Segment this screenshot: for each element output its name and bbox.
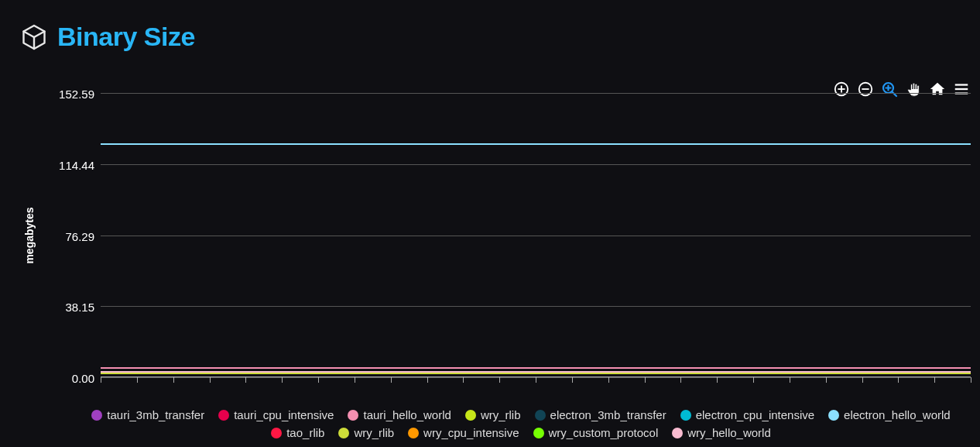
y-tick-label: 0.00 — [72, 372, 94, 385]
legend-item[interactable]: tauri_hello_world — [348, 408, 451, 421]
chart-area: megabytes 0.0038.1576.29114.44152.59 — [23, 93, 971, 377]
series-line — [101, 371, 971, 373]
x-tick — [137, 377, 138, 383]
x-tick — [680, 377, 681, 383]
legend-item[interactable]: wry_rlib — [465, 408, 521, 421]
x-tick — [971, 377, 971, 383]
y-tick-label: 76.29 — [65, 229, 94, 242]
legend-swatch — [465, 410, 476, 421]
y-tick-label: 38.15 — [65, 301, 94, 314]
legend-label: wry_hello_world — [687, 426, 771, 439]
legend-swatch — [672, 428, 683, 438]
x-tick — [499, 377, 500, 383]
legend-item[interactable]: wry_custom_protocol — [533, 426, 659, 439]
legend-label: tauri_cpu_intensive — [234, 408, 334, 421]
x-tick — [572, 377, 573, 383]
x-tick — [898, 377, 899, 383]
header: Binary Size — [0, 0, 980, 52]
legend-item[interactable]: wry_hello_world — [672, 426, 771, 439]
chart-plot[interactable]: 0.0038.1576.29114.44152.59 — [101, 93, 971, 377]
x-tick — [101, 377, 101, 383]
legend-swatch — [338, 428, 349, 438]
package-icon — [20, 23, 48, 51]
gridline: 76.29 — [101, 236, 971, 236]
gridline: 114.44 — [101, 164, 971, 165]
series-line — [101, 373, 971, 374]
legend-swatch — [828, 410, 839, 421]
legend-item[interactable]: electron_hello_world — [828, 408, 951, 421]
legend-item[interactable]: wry_rlib — [338, 426, 394, 439]
page-title: Binary Size — [57, 22, 195, 52]
gridline: 38.15 — [101, 306, 971, 307]
x-tick — [826, 377, 827, 383]
x-tick — [210, 377, 211, 383]
legend-item[interactable]: tauri_cpu_intensive — [218, 408, 334, 421]
x-tick — [245, 377, 246, 383]
legend-swatch — [348, 410, 358, 421]
legend-label: wry_rlib — [481, 408, 521, 421]
legend-swatch — [271, 428, 282, 438]
series-line — [101, 367, 971, 369]
legend-item[interactable]: tao_rlib — [271, 426, 324, 439]
legend-item[interactable]: wry_cpu_intensive — [408, 426, 519, 439]
legend-swatch — [91, 410, 102, 421]
legend-item[interactable]: tauri_3mb_transfer — [91, 408, 204, 421]
x-tick — [753, 377, 754, 383]
legend-swatch — [533, 428, 544, 438]
x-tick — [536, 377, 536, 383]
series-line — [101, 143, 971, 145]
legend-label: tauri_hello_world — [363, 408, 451, 421]
x-tick — [427, 377, 428, 383]
legend-label: wry_rlib — [354, 426, 394, 439]
legend-label: electron_cpu_intensive — [696, 408, 814, 421]
x-tick — [173, 377, 174, 383]
legend-label: electron_hello_world — [844, 408, 951, 421]
x-tick — [463, 377, 464, 383]
x-tick — [862, 377, 863, 383]
legend-label: wry_cpu_intensive — [423, 426, 519, 439]
x-tick — [790, 377, 790, 383]
legend-label: electron_3mb_transfer — [550, 408, 666, 421]
legend-label: tao_rlib — [286, 426, 324, 439]
x-axis — [101, 377, 971, 377]
x-tick — [717, 377, 718, 383]
x-tick — [608, 377, 609, 383]
gridline: 152.59 — [101, 93, 971, 94]
x-tick — [318, 377, 319, 383]
x-tick — [282, 377, 283, 383]
legend-item[interactable]: electron_cpu_intensive — [680, 408, 814, 421]
y-tick-label: 152.59 — [59, 88, 94, 101]
legend-swatch — [218, 410, 229, 421]
y-axis-label: megabytes — [23, 207, 36, 263]
legend-swatch — [680, 410, 691, 421]
chart-legend: tauri_3mb_transfertauri_cpu_intensivetau… — [77, 408, 965, 439]
legend-item[interactable]: electron_3mb_transfer — [535, 408, 666, 421]
legend-label: wry_custom_protocol — [549, 426, 659, 439]
y-tick-label: 114.44 — [59, 158, 94, 171]
x-tick — [355, 377, 355, 383]
legend-label: tauri_3mb_transfer — [107, 408, 204, 421]
x-tick — [645, 377, 646, 383]
x-tick — [391, 377, 392, 383]
legend-swatch — [408, 428, 419, 438]
x-tick — [934, 377, 935, 383]
legend-swatch — [535, 410, 546, 421]
